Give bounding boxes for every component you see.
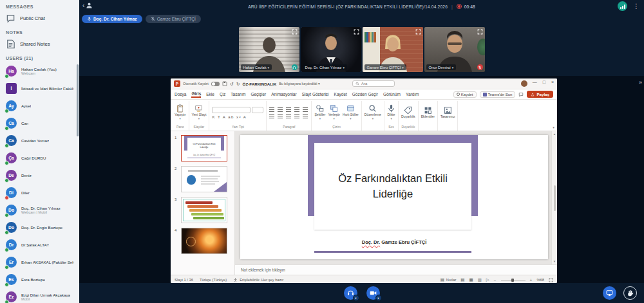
sidebar-item-shared-notes[interactable]: Shared Notes <box>0 37 79 51</box>
zoom-slider[interactable] <box>501 280 526 280</box>
paragraph-button[interactable] <box>286 114 291 118</box>
audio-options-badge[interactable]: ▾ <box>353 295 359 301</box>
ribbon-tab[interactable]: Kaydet <box>334 92 347 96</box>
undo-icon[interactable]: ↺ <box>230 82 234 86</box>
font-controls[interactable]: K T A ab x² A <box>212 107 263 119</box>
slide-thumbnail-row[interactable]: 3 <box>171 197 234 223</box>
canvas-scrollbar[interactable]: ▲ ▼ <box>551 131 557 264</box>
ribbon-tab[interactable]: Yardım <box>406 92 419 96</box>
connection-status-icon[interactable] <box>618 1 627 11</box>
raise-hand-button[interactable] <box>623 286 637 300</box>
ribbon-button[interactable]: Yerleştir▾ <box>328 104 340 120</box>
slideshow-button[interactable]: ▷ <box>486 277 489 282</box>
slide-sorter-view-button[interactable]: ▦ <box>469 277 473 282</box>
reading-view-button[interactable]: ▥ <box>478 277 482 282</box>
slide-author[interactable]: Doç. Dr. Gamze Ebru ÇİFTÇİ <box>240 239 548 245</box>
sidebar-item-public-chat[interactable]: Public Chat <box>0 11 79 26</box>
ribbon-button[interactable]: Şekiller▾ <box>314 104 325 120</box>
user-list-item[interactable]: EsEsra Boztepe <box>0 271 79 288</box>
autosave-toggle[interactable] <box>211 82 220 86</box>
paragraph-button[interactable] <box>269 114 274 118</box>
account-avatar[interactable] <box>521 80 527 87</box>
ribbon-tab[interactable]: Çiz <box>220 92 225 96</box>
saved-status[interactable]: Bu bilgisayara kaydedildi ▾ <box>279 82 320 86</box>
user-list-item[interactable]: HaHakan Cavlak (You)Webcam <box>0 62 79 80</box>
slide-thumbnail-row[interactable]: 4 <box>171 228 234 254</box>
fullscreen-icon[interactable] <box>415 29 421 35</box>
user-list-item[interactable]: DrDr.Şafak ALTAY <box>0 236 79 253</box>
paragraph-button[interactable] <box>294 107 299 112</box>
zoom-slider-knob[interactable] <box>511 279 514 282</box>
paragraph-button[interactable] <box>303 107 308 112</box>
ribbon-tab[interactable]: Geçişler <box>251 92 266 96</box>
zoom-level[interactable]: %68 <box>536 278 544 282</box>
collapse-ribbon-icon[interactable]: ▾ <box>553 125 554 129</box>
ribbon-button[interactable]: Hızlı Stiller▾ <box>343 104 359 120</box>
current-slide[interactable]: Öz Farkındalıktan Etkili Liderliğe Doç. … <box>240 135 548 259</box>
zoom-in-button[interactable]: + <box>530 278 533 282</box>
user-list-item[interactable]: AyAysel <box>0 97 79 115</box>
paragraph-button[interactable] <box>303 114 308 118</box>
search-input[interactable]: Ara <box>352 80 395 87</box>
slide-counter[interactable]: Slayt 1 / 36 <box>175 278 193 282</box>
slide-thumbnail[interactable] <box>181 228 227 254</box>
ribbon-button[interactable]: Yeni Slayt▾ <box>192 104 207 120</box>
maximize-button[interactable]: □ <box>543 80 545 84</box>
user-list-item[interactable]: İİktisadi ve İdari Bilimler Fakültesi <box>0 80 79 97</box>
audio-button[interactable]: ▾ <box>344 286 357 300</box>
user-list-item[interactable]: DeDeniz <box>0 167 79 184</box>
slide-thumbnail[interactable] <box>181 197 227 223</box>
ribbon-tab[interactable]: Ekle <box>206 92 214 96</box>
zoom-out-button[interactable]: − <box>494 278 497 282</box>
ribbon-button[interactable]: Yapıştır▾ <box>175 104 186 120</box>
notes-pane[interactable]: Not eklemek için tıklayın <box>235 264 557 275</box>
paragraph-button[interactable] <box>286 107 291 112</box>
user-list-item[interactable]: ErErhan AKSAKAL (Fakülte Sekreteri) <box>0 253 79 271</box>
screenshare-button[interactable] <box>603 286 616 300</box>
webcam-name-label[interactable]: Hakan Cavlak▾ <box>241 64 272 70</box>
font-style-buttons[interactable]: K T A ab x² A <box>212 115 263 119</box>
user-list-item[interactable]: DiDiler <box>0 184 79 201</box>
accessibility-status[interactable]: Erişilebilirlik: Her şey hazır <box>233 278 283 282</box>
expand-panel-icon[interactable]: » <box>639 79 642 86</box>
talker-pill-active[interactable]: Doç. Dr. Cihan Yılmaz <box>82 15 142 23</box>
scroll-down-icon[interactable]: ▼ <box>553 260 556 263</box>
fullscreen-icon[interactable] <box>354 29 359 35</box>
ribbon-tab[interactable]: Dosya <box>175 92 186 96</box>
user-list-item[interactable]: CaCan <box>0 115 79 132</box>
ribbon-tab[interactable]: Görünüm <box>383 92 401 96</box>
ribbon-tab[interactable]: Gözden Geçir <box>352 92 378 96</box>
paragraph-button[interactable] <box>278 114 283 118</box>
share-button[interactable]: Paylaş <box>527 91 553 98</box>
ribbon-button[interactable]: Duyarlılık <box>401 106 415 118</box>
filename[interactable]: ÖZ-FARKINDALIK <box>243 82 277 86</box>
slide-thumbnail-row[interactable]: 1 Öz Farkındalıktan Etkili Liderliğe Doç… <box>171 135 234 161</box>
camera-button[interactable]: ▾ <box>366 286 380 300</box>
paragraph-button[interactable] <box>278 107 283 112</box>
slide-thumbnail-row[interactable]: 2 <box>171 166 234 192</box>
options-menu-button[interactable]: ⋮ <box>633 3 639 10</box>
users-scrollbar[interactable] <box>77 64 79 136</box>
ribbon-tab[interactable]: Slayt Gösterisi <box>302 92 329 96</box>
user-list-item[interactable]: DoDoç. Dr. Cihan YılmazWebcam | Mobil <box>0 201 79 219</box>
close-button[interactable]: × <box>551 80 554 84</box>
record-button[interactable]: Kaydet <box>453 91 477 98</box>
slide-thumbnail-selected[interactable]: Öz Farkındalıktan Etkili Liderliğe Doç. … <box>181 135 227 161</box>
ribbon-button[interactable]: Tasarımcı <box>440 106 455 118</box>
fullscreen-icon[interactable] <box>477 29 483 35</box>
ribbon-button[interactable]: Düzenleme▾ <box>365 104 381 120</box>
recording-indicator[interactable]: 00:48 <box>457 4 475 9</box>
ribbon-button[interactable]: Dikte▾ <box>387 104 395 120</box>
paragraph-button[interactable] <box>294 114 299 118</box>
user-list-item[interactable]: ÇaÇağıl DURDU <box>0 149 79 167</box>
webcam-name-label[interactable]: Gamze Ebru ÇİFTÇİ▾ <box>365 64 406 70</box>
webcam-name-label[interactable]: Doç. Dr. Cihan Yılmaz▾ <box>303 64 347 70</box>
talker-pill-muted[interactable]: Gamze Ebru ÇİFTÇİ <box>146 15 201 23</box>
paragraph-button[interactable] <box>269 107 274 112</box>
webcam-name-label[interactable]: Onur Demirci▾ <box>426 64 457 70</box>
present-in-teams-button[interactable]: Teams'de Sun <box>480 91 516 98</box>
save-icon[interactable] <box>222 81 227 86</box>
normal-view-button[interactable]: ▤ <box>460 277 464 282</box>
webcam-tile[interactable]: Hakan Cavlak▾ <box>239 27 299 72</box>
fit-slide-icon[interactable] <box>549 278 553 282</box>
